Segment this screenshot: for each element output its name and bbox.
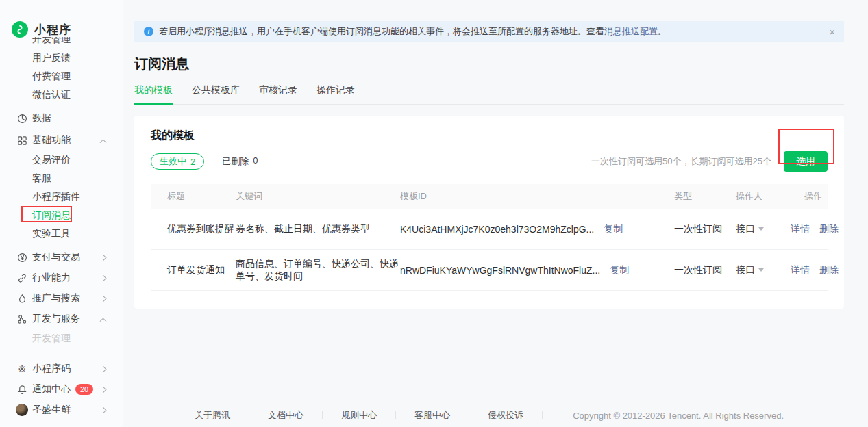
operator-dropdown[interactable]: 接口: [736, 264, 755, 275]
sidebar-item-miniprogram-code[interactable]: ※ 小程序码: [0, 359, 123, 379]
sidebar-item-payment-trade[interactable]: 支付与交易: [0, 247, 123, 268]
miniprogram-logo-icon: [12, 21, 28, 38]
message-push-config-link[interactable]: 消息推送配置: [604, 25, 658, 38]
chevron-right-icon: [100, 406, 107, 413]
sidebar-item-dev-manage-top[interactable]: 开发管理: [0, 37, 123, 49]
page-footer: 关于腾讯 文档中心 规则中心 客服中心 侵权投诉 Copyright © 201…: [134, 400, 844, 422]
footer-links: 关于腾讯 文档中心 规则中心 客服中心 侵权投诉: [195, 409, 561, 422]
app-logo[interactable]: 小程序: [12, 21, 71, 38]
template-type: 一次性订阅: [674, 264, 736, 276]
col-header-template-id: 模板ID: [400, 190, 674, 203]
account-avatar: [16, 404, 28, 416]
detail-link[interactable]: 详情: [791, 264, 810, 275]
sidebar-item-notification-center[interactable]: 通知中心 20: [0, 379, 123, 400]
chevron-right-icon: [100, 274, 107, 281]
divider: [395, 411, 396, 419]
sidebar-item-basic-functions[interactable]: 基础功能: [0, 130, 123, 151]
main-content: i 若启用小程序消息推送，用户在手机客户端使用订阅消息功能的相关事件，将会推送至…: [123, 0, 868, 427]
copyright-text: Copyright © 2012-2026 Tencent. All Right…: [573, 411, 784, 421]
sidebar-item-dev-manage[interactable]: 开发管理: [0, 329, 123, 348]
footer-link-rules[interactable]: 规则中心: [341, 409, 377, 422]
page-title: 订阅消息: [134, 55, 844, 73]
sidebar-item-payment-manage[interactable]: 付费管理: [0, 67, 123, 86]
template-type: 一次性订阅: [674, 223, 736, 235]
divider: [469, 411, 469, 419]
sidebar-item-promotion-search[interactable]: 推广与搜索: [0, 288, 123, 309]
chevron-right-icon: [100, 386, 107, 393]
chevron-right-icon: [100, 254, 107, 261]
sidebar-item-wechat-verify[interactable]: 微信认证: [0, 86, 123, 104]
table-header-row: 标题 关键词 模板ID 类型 操作人 操作: [151, 184, 828, 209]
sidebar-item-data[interactable]: 数据: [0, 108, 123, 129]
card-title: 我的模板: [134, 128, 844, 143]
templates-table: 标题 关键词 模板ID 类型 操作人 操作 优惠券到账提醒 券名称、截止日期、优…: [151, 184, 828, 291]
divider: [322, 411, 323, 419]
footer-link-docs[interactable]: 文档中心: [268, 409, 303, 422]
footer-link-support[interactable]: 客服中心: [414, 409, 450, 422]
sidebar-item-account[interactable]: 圣盛生鲜: [0, 400, 123, 420]
quota-hint: 一次性订阅可选用50个，长期订阅可选用25个: [591, 155, 771, 168]
col-header-title: 标题: [151, 190, 236, 203]
tab-my-templates[interactable]: 我的模板: [134, 84, 173, 104]
template-title: 优惠券到账提醒: [151, 223, 236, 235]
operator-dropdown[interactable]: 接口: [736, 223, 755, 234]
tab-review-records[interactable]: 审核记录: [259, 84, 297, 104]
filters-row: 生效中 2 已删除 0 一次性订阅可选用50个，长期订阅可选用25个 选用: [134, 151, 844, 172]
sidebar-item-user-feedback[interactable]: 用户反馈: [0, 49, 123, 67]
col-header-operator: 操作人: [736, 190, 791, 203]
tab-operation-records[interactable]: 操作记录: [317, 84, 355, 104]
notification-count-badge: 20: [75, 384, 93, 395]
copy-link[interactable]: 复制: [610, 264, 629, 276]
banner-text: 若启用小程序消息推送，用户在手机客户端使用订阅消息功能的相关事件，将会推送至所配…: [159, 25, 604, 38]
template-keywords: 商品信息、订单编号、快递公司、快递单号、发货时间: [236, 258, 400, 283]
close-icon[interactable]: ×: [829, 27, 835, 37]
col-header-type: 类型: [674, 190, 736, 203]
sidebar-item-dev-service[interactable]: 开发与服务: [0, 309, 123, 329]
sidebar-item-experiment-tools[interactable]: 实验工具: [0, 224, 123, 243]
chevron-up-icon: [100, 139, 107, 146]
divider: [249, 411, 249, 419]
table-row: 优惠券到账提醒 券名称、截止日期、优惠券类型 K4Uci3AtHMXjJc7K0…: [151, 209, 828, 250]
sidebar-item-plugins[interactable]: 小程序插件: [0, 187, 123, 206]
sidebar-item-industry-ability[interactable]: 行业能力: [0, 268, 123, 288]
table-row: 订单发货通知 商品信息、订单编号、快递公司、快递单号、发货时间 nRwDFiuK…: [151, 250, 828, 291]
delete-link[interactable]: 删除: [819, 223, 839, 234]
tab-bar: 我的模板 公共模板库 审核记录 操作记录: [134, 84, 844, 105]
share-nodes-icon: [16, 313, 27, 324]
pie-chart-icon: [16, 113, 27, 124]
caret-down-icon: [758, 227, 764, 231]
bell-icon: [16, 384, 27, 395]
info-banner: i 若启用小程序消息推送，用户在手机客户端使用订阅消息功能的相关事件，将会推送至…: [134, 21, 844, 42]
deleted-count: 0: [253, 155, 258, 168]
divider: [542, 411, 543, 419]
grid-icon: [16, 135, 27, 146]
droplet-icon: [16, 293, 27, 304]
chevron-right-icon: [100, 365, 107, 372]
active-filter-pill[interactable]: 生效中 2: [151, 153, 204, 170]
sidebar-menu: 开发管理 用户反馈 付费管理 微信认证 数据: [0, 37, 123, 427]
col-header-keywords: 关键词: [236, 190, 400, 203]
deleted-filter[interactable]: 已删除 0: [222, 155, 258, 168]
sidebar-item-customer-service[interactable]: 客服: [0, 169, 123, 187]
sidebar: 小程序 开发管理 用户反馈 付费管理 微信认证 数据: [0, 0, 123, 427]
detail-link[interactable]: 详情: [791, 223, 810, 234]
template-id: nRwDFiuKYaWYwGgFslRNVgwThItNwoFluZ...: [400, 265, 600, 276]
sidebar-item-trade-review[interactable]: 交易评价: [0, 151, 123, 169]
banner-text-suffix: 。: [658, 25, 667, 38]
col-header-actions: 操作: [791, 190, 828, 203]
footer-link-infringement[interactable]: 侵权投诉: [488, 409, 523, 422]
tab-public-library[interactable]: 公共模板库: [192, 84, 240, 104]
template-keywords: 券名称、截止日期、优惠券类型: [236, 223, 400, 235]
caret-down-icon: [758, 268, 764, 272]
link-icon: [16, 272, 27, 283]
active-count: 2: [190, 157, 195, 167]
delete-link[interactable]: 删除: [819, 264, 839, 275]
template-title: 订单发货通知: [151, 264, 236, 276]
footer-link-about[interactable]: 关于腾讯: [195, 409, 230, 422]
sidebar-item-subscribe-message[interactable]: 订阅消息: [0, 206, 123, 224]
chevron-right-icon: [100, 295, 107, 302]
sparkle-icon: ※: [16, 363, 27, 374]
info-icon: i: [144, 27, 153, 36]
copy-link[interactable]: 复制: [604, 223, 623, 235]
select-button[interactable]: 选用: [784, 151, 828, 172]
